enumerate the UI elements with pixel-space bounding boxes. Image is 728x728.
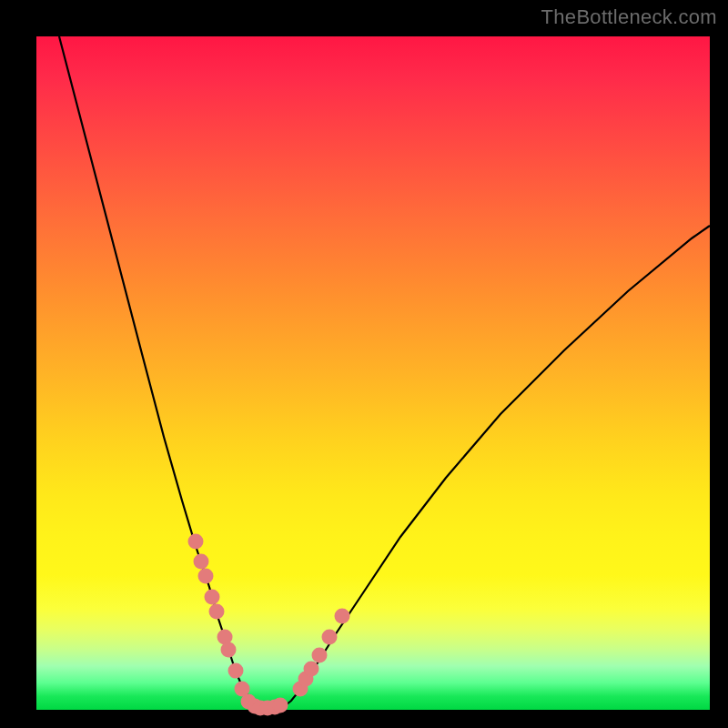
markers-left-dot	[194, 554, 209, 570]
curve-group	[59, 36, 710, 708]
markers-left	[188, 534, 250, 697]
curves-svg	[36, 36, 710, 710]
markers-left-dot	[228, 663, 244, 679]
left-curve	[59, 36, 258, 708]
markers-right-dot	[304, 662, 319, 677]
markers-left-dot	[221, 642, 237, 658]
watermark-text: TheBottleneck.com	[541, 5, 717, 29]
markers-left-dot	[198, 569, 214, 584]
marker-group	[188, 534, 350, 716]
markers-right-dot	[335, 609, 350, 624]
chart-frame: TheBottleneck.com	[0, 0, 728, 728]
markers-left-dot	[188, 534, 204, 550]
markers-bottom	[241, 694, 288, 716]
markers-left-dot	[205, 590, 220, 605]
right-curve	[282, 226, 710, 708]
markers-right-dot	[312, 648, 328, 663]
markers-right-dot	[322, 630, 338, 645]
markers-left-dot	[209, 604, 225, 620]
markers-bottom-dot	[273, 698, 288, 713]
markers-right	[293, 609, 350, 697]
plot-area	[36, 36, 710, 710]
